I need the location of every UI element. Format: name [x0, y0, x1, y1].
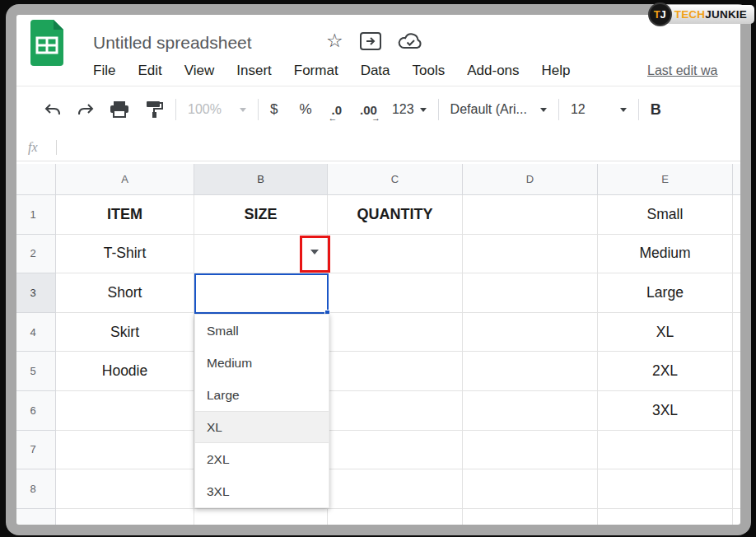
formula-input[interactable] — [57, 133, 745, 161]
zoom-select[interactable]: 100% — [188, 102, 246, 117]
menu-tools[interactable]: Tools — [413, 63, 446, 79]
cell-F3-partial[interactable] — [733, 273, 745, 313]
last-edit-link[interactable]: Last edit wa — [647, 63, 717, 78]
dropdown-item-small[interactable]: Small — [195, 315, 329, 347]
font-select[interactable]: Default (Ari... — [450, 102, 547, 117]
cell-D2[interactable] — [463, 235, 598, 274]
dropdown-item-2xl[interactable]: 2XL — [195, 443, 329, 475]
cell-D1[interactable] — [463, 195, 598, 235]
cell-E5[interactable]: 2XL — [598, 352, 733, 391]
cell-D3[interactable] — [463, 273, 598, 313]
font-size-select[interactable]: 12 — [571, 102, 627, 117]
cell-F1-partial[interactable] — [733, 195, 745, 235]
cell-E6[interactable]: 3XL — [598, 391, 733, 431]
cell-E2[interactable]: Medium — [598, 235, 733, 274]
cloud-saved-icon[interactable] — [398, 32, 422, 50]
cell-C7[interactable] — [328, 431, 463, 470]
sheets-window: Untitled spreadsheet ☆ File Edit View In… — [16, 15, 745, 525]
dropdown-item-medium[interactable]: Medium — [195, 347, 329, 379]
cell-E3[interactable]: Large — [598, 273, 733, 313]
cell-F8-partial[interactable] — [733, 469, 745, 509]
move-to-folder-icon[interactable] — [360, 32, 381, 50]
cell-D8[interactable] — [463, 469, 598, 509]
row-header-5[interactable]: 5 — [16, 352, 56, 391]
cell-C9[interactable] — [328, 509, 463, 525]
more-formats-button[interactable]: 123 — [392, 102, 427, 117]
cell-B1[interactable]: SIZE — [194, 195, 328, 235]
col-header-D[interactable]: D — [463, 164, 598, 195]
cell-D9[interactable] — [463, 509, 598, 525]
cell-C2[interactable] — [328, 235, 463, 274]
row-header-4[interactable]: 4 — [16, 313, 56, 353]
cell-E4[interactable]: XL — [598, 313, 733, 353]
row-header-8[interactable]: 8 — [16, 469, 56, 509]
cell-A4[interactable]: Skirt — [56, 313, 194, 353]
sheets-logo-icon[interactable] — [27, 18, 67, 66]
print-icon[interactable] — [110, 100, 129, 119]
dropdown-item-3xl[interactable]: 3XL — [195, 475, 329, 507]
row-header-1[interactable]: 1 — [16, 195, 56, 235]
row-header-2[interactable]: 2 — [16, 235, 56, 274]
row-header-3[interactable]: 3 — [16, 273, 56, 313]
document-title[interactable]: Untitled spreadsheet — [93, 33, 252, 53]
menu-data[interactable]: Data — [361, 63, 390, 79]
cell-F4-partial[interactable] — [733, 313, 745, 353]
cell-B9[interactable] — [194, 509, 328, 525]
format-currency-button[interactable]: $ — [270, 101, 278, 118]
cell-C1[interactable]: QUANTITY — [328, 195, 463, 235]
col-header-B[interactable]: B — [194, 164, 328, 195]
star-icon[interactable]: ☆ — [326, 31, 343, 50]
col-header-E[interactable]: E — [598, 164, 733, 195]
cell-A9[interactable] — [56, 509, 194, 525]
increase-decimal-button[interactable]: .00 → — [360, 103, 377, 117]
menu-view[interactable]: View — [184, 63, 215, 79]
cell-A5[interactable]: Hoodie — [56, 352, 194, 391]
col-header-A[interactable]: A — [56, 164, 194, 195]
menu-help[interactable]: Help — [542, 63, 571, 79]
cell-F9-partial[interactable] — [733, 509, 745, 525]
row-header-6[interactable]: 6 — [16, 391, 56, 431]
cell-D7[interactable] — [463, 431, 598, 470]
fx-icon: fx — [28, 140, 38, 155]
decrease-decimal-button[interactable]: .0 ← — [332, 103, 343, 117]
cell-C5[interactable] — [328, 352, 463, 391]
cell-F7-partial[interactable] — [733, 431, 745, 470]
cell-E8[interactable] — [598, 469, 733, 509]
cell-E7[interactable] — [598, 431, 733, 470]
row-header-7[interactable]: 7 — [16, 431, 56, 470]
menu-format[interactable]: Format — [294, 63, 338, 79]
cell-E9[interactable] — [598, 509, 733, 525]
cell-A6[interactable] — [56, 391, 194, 431]
format-percent-button[interactable]: % — [299, 101, 311, 118]
cell-F5-partial[interactable] — [733, 352, 745, 391]
cell-C3[interactable] — [328, 273, 463, 313]
menu-edit[interactable]: Edit — [138, 63, 161, 79]
col-header-F-partial[interactable] — [733, 164, 745, 195]
col-header-C[interactable]: C — [328, 164, 463, 195]
bold-button[interactable]: B — [651, 101, 661, 119]
cell-A7[interactable] — [56, 431, 194, 470]
select-all-corner[interactable] — [16, 164, 56, 195]
row-header-9[interactable]: 9 — [16, 509, 56, 525]
dropdown-item-large[interactable]: Large — [195, 379, 329, 411]
cell-C8[interactable] — [328, 469, 463, 509]
cell-D5[interactable] — [463, 352, 598, 391]
cell-A2[interactable]: T-Shirt — [56, 235, 194, 274]
redo-icon[interactable] — [77, 103, 95, 117]
cell-A1[interactable]: ITEM — [56, 195, 194, 235]
menu-insert[interactable]: Insert — [236, 63, 272, 79]
cell-F2-partial[interactable] — [733, 235, 745, 274]
cell-A3[interactable]: Short — [56, 273, 194, 313]
paint-format-icon[interactable] — [146, 100, 164, 119]
cell-D6[interactable] — [463, 391, 598, 431]
dropdown-item-xl[interactable]: XL — [195, 411, 329, 443]
cell-D4[interactable] — [463, 313, 598, 353]
cell-C4[interactable] — [328, 313, 463, 353]
undo-icon[interactable] — [44, 103, 62, 117]
cell-A8[interactable] — [56, 469, 194, 509]
menu-add-ons[interactable]: Add-ons — [467, 63, 519, 79]
menu-file[interactable]: File — [93, 63, 115, 79]
cell-E1[interactable]: Small — [598, 195, 733, 235]
cell-F6-partial[interactable] — [733, 391, 745, 431]
cell-C6[interactable] — [328, 391, 463, 431]
